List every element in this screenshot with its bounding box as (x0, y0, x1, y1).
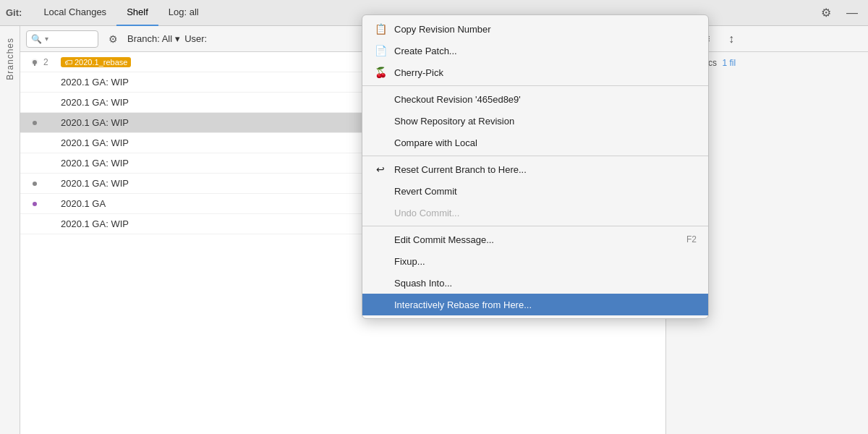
cherry-pick-icon: 🍒 (374, 66, 387, 79)
copy-revision-icon: 📋 (374, 22, 387, 35)
cherry-pick-label: Cherry-Pick (394, 67, 443, 78)
checkout-revision-icon (374, 93, 387, 106)
menu-item-show-repo[interactable]: Show Repository at Revision (362, 110, 708, 132)
edit-message-label: Edit Commit Message... (394, 234, 494, 245)
menu-item-compare-local[interactable]: Compare with Local (362, 132, 708, 153)
create-patch-label: Create Patch... (394, 46, 457, 56)
menu-item-copy-revision[interactable]: 📋Copy Revision Number (362, 18, 708, 40)
menu-item-revert-commit[interactable]: Revert Commit (362, 180, 708, 202)
revert-commit-label: Revert Commit (394, 186, 457, 197)
squash-label: Squash Into... (394, 278, 452, 289)
copy-revision-label: Copy Revision Number (394, 24, 491, 35)
menu-item-edit-message[interactable]: Edit Commit Message...F2 (362, 229, 708, 250)
compare-local-label: Compare with Local (394, 137, 477, 148)
compare-local-icon (374, 136, 387, 149)
undo-commit-icon (374, 206, 387, 219)
menu-item-squash[interactable]: Squash Into... (362, 272, 708, 294)
fixup-label: Fixup... (394, 256, 425, 267)
reset-branch-label: Reset Current Branch to Here... (394, 164, 527, 175)
interactive-rebase-label: Interactively Rebase from Here... (394, 299, 532, 310)
interactive-rebase-icon (374, 298, 387, 311)
menu-separator (362, 85, 708, 86)
menu-separator (362, 156, 708, 156)
menu-item-interactive-rebase[interactable]: Interactively Rebase from Here... (362, 294, 708, 315)
menu-item-fixup[interactable]: Fixup... (362, 250, 708, 272)
menu-item-reset-branch[interactable]: ↩Reset Current Branch to Here... (362, 158, 708, 180)
menu-item-checkout-revision[interactable]: Checkout Revision '465ed8e9' (362, 88, 708, 110)
undo-commit-label: Undo Commit... (394, 208, 459, 218)
edit-message-icon (374, 233, 387, 246)
create-patch-icon: 📄 (374, 44, 387, 57)
reset-branch-icon: ↩ (374, 163, 387, 176)
checkout-revision-label: Checkout Revision '465ed8e9' (394, 94, 521, 105)
edit-message-shortcut: F2 (686, 234, 697, 244)
squash-icon (374, 276, 387, 289)
fixup-icon (374, 255, 387, 268)
menu-item-cherry-pick[interactable]: 🍒Cherry-Pick (362, 61, 708, 83)
menu-item-undo-commit: Undo Commit... (362, 202, 708, 224)
show-repo-icon (374, 114, 387, 127)
show-repo-label: Show Repository at Revision (394, 116, 514, 127)
context-menu-overlay: 📋Copy Revision Number📄Create Patch...🍒Ch… (0, 0, 868, 434)
menu-separator (362, 226, 708, 226)
context-menu: 📋Copy Revision Number📄Create Patch...🍒Ch… (362, 14, 709, 319)
revert-commit-icon (374, 184, 387, 197)
menu-item-create-patch[interactable]: 📄Create Patch... (362, 40, 708, 61)
